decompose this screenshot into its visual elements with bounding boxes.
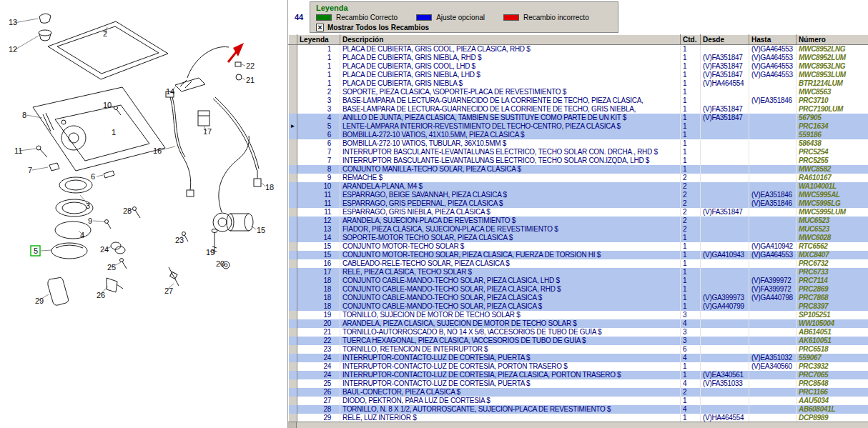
cell-leyenda[interactable]: 18 xyxy=(297,277,340,285)
cell-hasta[interactable] xyxy=(749,397,797,405)
cell-descripcion[interactable]: CONJUNTO CABLE-MANDO-TECHO SOLAR, PIEZA … xyxy=(340,302,681,311)
cell-hasta[interactable] xyxy=(749,388,797,397)
diagram-callout-12[interactable]: 12 xyxy=(9,45,17,54)
cell-desde[interactable] xyxy=(701,285,749,294)
cell-descripcion[interactable]: PLACA DE CUBIERTA, GRIS COOL, PIEZA CLÁS… xyxy=(340,45,681,54)
cell-leyenda[interactable]: 13 xyxy=(297,225,340,234)
table-row[interactable]: 4 ANILLO DE JUNTA, PIEZA CLÁSICA, TAMBIÉ… xyxy=(289,114,868,122)
cell-hasta[interactable] xyxy=(749,217,797,225)
cell-hasta[interactable]: (V)GA464553 xyxy=(749,251,797,259)
cell-numero[interactable]: MWC8952LUM xyxy=(797,54,868,62)
cell-hasta[interactable] xyxy=(749,234,797,242)
cell-descripcion[interactable]: PLACA DE CUBIERTA, GRIS NIEBLA $ xyxy=(340,79,681,88)
row-selector-cell[interactable] xyxy=(289,405,297,414)
diagram-callout-7[interactable]: 7 xyxy=(28,166,32,174)
cell-leyenda[interactable]: 18 xyxy=(297,285,340,294)
table-row[interactable]: 24 INTERRUPTOR-CONTACTO-LUZ DE CORTESÍA,… xyxy=(289,354,868,362)
cell-desde[interactable]: (V)FA351033 xyxy=(701,379,749,388)
cell-desde[interactable] xyxy=(701,328,749,337)
cell-ctd[interactable]: 1 xyxy=(681,45,701,54)
cell-desde[interactable] xyxy=(701,156,749,165)
cell-ctd[interactable]: 1 xyxy=(681,122,701,131)
row-selector-cell[interactable] xyxy=(289,242,297,251)
cell-numero[interactable]: PRC5255 xyxy=(797,156,868,165)
diagram-callout-2[interactable]: 2 xyxy=(103,29,107,38)
cell-descripcion[interactable]: INTERRUPTOR BASCULANTE-LEVANTALUNAS ELÉC… xyxy=(340,148,681,156)
cell-desde[interactable] xyxy=(701,388,749,397)
table-row[interactable]: 22 TUERCA HEXAGONAL, PIEZA CLÁSICA, \ACC… xyxy=(289,337,868,345)
table-row[interactable]: 3 BASE-LÁMPARA DE LECTURA-GUARNECIDO DE … xyxy=(289,96,868,105)
cell-descripcion[interactable]: PLACA DE CUBIERTA, GRIS NIEBLA, RHD $ xyxy=(340,54,681,62)
cell-hasta[interactable] xyxy=(749,182,797,191)
cell-ctd[interactable]: 1 xyxy=(681,165,701,174)
cell-leyenda[interactable]: 8 xyxy=(297,165,340,174)
cell-descripcion[interactable]: CONJUNTO CABLE-MANDO-TECHO SOLAR, PIEZA … xyxy=(340,277,681,285)
cell-desde[interactable] xyxy=(701,225,749,234)
cell-desde[interactable] xyxy=(701,88,749,96)
diagram-callout-22[interactable]: 22 xyxy=(246,61,255,70)
cell-descripcion[interactable]: INTERRUPTOR-CONTACTO-LUZ DE CORTESÍA, PI… xyxy=(340,371,681,379)
cell-hasta[interactable] xyxy=(749,139,797,148)
cell-hasta[interactable] xyxy=(749,311,797,319)
cell-hasta[interactable] xyxy=(749,208,797,217)
diagram-callout-13[interactable]: 13 xyxy=(9,18,17,26)
cell-descripcion[interactable]: TORNILLO, N. 8 X 1/2, AUTORROSCANTE, SUJ… xyxy=(340,405,681,414)
cell-leyenda[interactable]: 22 xyxy=(297,337,340,345)
row-selector-cell[interactable] xyxy=(289,319,297,328)
row-selector-cell[interactable] xyxy=(289,354,297,362)
cell-ctd[interactable]: 1 xyxy=(681,277,701,285)
cell-ctd[interactable]: 1 xyxy=(681,114,701,122)
cell-leyenda[interactable]: 20 xyxy=(297,319,340,328)
diagram-callout-15[interactable]: 15 xyxy=(257,226,265,234)
cell-ctd[interactable]: 1 xyxy=(681,71,701,79)
cell-ctd[interactable]: 1 xyxy=(681,79,701,88)
cell-descripcion[interactable]: REMACHE $ xyxy=(340,174,681,182)
cell-leyenda[interactable]: 25 xyxy=(297,379,340,388)
cell-ctd[interactable]: 2 xyxy=(681,199,701,208)
cell-desde[interactable] xyxy=(701,234,749,242)
table-row[interactable]: 21 TORNILLO-AUTORROSCADO B, NO 14 X 5/8,… xyxy=(289,328,868,337)
cell-descripcion[interactable]: ARANDELA-PLANA, M4 $ xyxy=(340,182,681,191)
cell-descripcion[interactable]: FIADOR, PIEZA CLÁSICA, SUJECIÓN-PLACA DE… xyxy=(340,225,681,234)
cell-desde[interactable] xyxy=(701,259,749,268)
cell-ctd[interactable]: 2 xyxy=(681,208,701,217)
cell-ctd[interactable]: 1 xyxy=(681,294,701,302)
cell-hasta[interactable] xyxy=(749,105,797,114)
cell-leyenda[interactable]: 21 xyxy=(297,328,340,337)
header-leyenda[interactable]: Leyenda xyxy=(297,35,340,45)
cell-leyenda[interactable]: 1 xyxy=(297,71,340,79)
cell-desde[interactable] xyxy=(701,397,749,405)
cell-numero[interactable]: PRC8548 xyxy=(797,379,868,388)
row-selector-cell[interactable] xyxy=(289,337,297,345)
cell-hasta[interactable] xyxy=(749,156,797,165)
cell-hasta[interactable] xyxy=(749,337,797,345)
cell-leyenda[interactable]: 7 xyxy=(297,156,340,165)
cell-ctd[interactable]: 1 xyxy=(681,156,701,165)
row-selector-cell[interactable] xyxy=(289,182,297,191)
cell-numero[interactable]: RTC6562 xyxy=(797,242,868,251)
cell-numero[interactable]: MWC5995AL xyxy=(797,191,868,199)
cell-descripcion[interactable]: TUERCA HEXAGONAL, PIEZA CLÁSICA, \ACCESO… xyxy=(340,337,681,345)
cell-hasta[interactable] xyxy=(749,302,797,311)
cell-desde[interactable] xyxy=(701,268,749,277)
cell-ctd[interactable]: 1 xyxy=(681,88,701,96)
row-selector-cell[interactable] xyxy=(289,345,297,354)
cell-desde[interactable] xyxy=(701,319,749,328)
header-hasta[interactable]: Hasta xyxy=(749,35,797,45)
table-row[interactable]: 14 SOPORTE-MOTOR TECHO SOLAR, PIEZA CLÁS… xyxy=(289,234,868,242)
cell-numero[interactable]: MUC6523 xyxy=(797,225,868,234)
cell-numero[interactable]: PRC7114 xyxy=(797,277,868,285)
cell-hasta[interactable] xyxy=(749,165,797,174)
cell-leyenda[interactable]: 1 xyxy=(297,62,340,71)
cell-ctd[interactable]: 3 xyxy=(681,337,701,345)
table-row[interactable]: 18 CONJUNTO CABLE-MANDO-TECHO SOLAR, PIE… xyxy=(289,294,868,302)
row-selector-cell[interactable]: ► xyxy=(289,122,297,131)
table-row[interactable]: 29 RELÉ, LUZ INTERIOR $ 1 (V)HA464554 DC… xyxy=(289,414,868,422)
cell-desde[interactable] xyxy=(701,337,749,345)
cell-hasta[interactable]: (V)EA351846 xyxy=(749,199,797,208)
table-row[interactable]: 19 TORNILLO, SUJECIÓN DE MOTOR DE TECHO … xyxy=(289,311,868,319)
cell-descripcion[interactable]: ARANDELA, PIEZA CLÁSICA, SUJECIÓN DE MOT… xyxy=(340,319,681,328)
cell-numero[interactable]: WW105004 xyxy=(797,319,868,328)
cell-desde[interactable]: (V)GA410943 xyxy=(701,251,749,259)
cell-ctd[interactable]: 2 xyxy=(681,217,701,225)
